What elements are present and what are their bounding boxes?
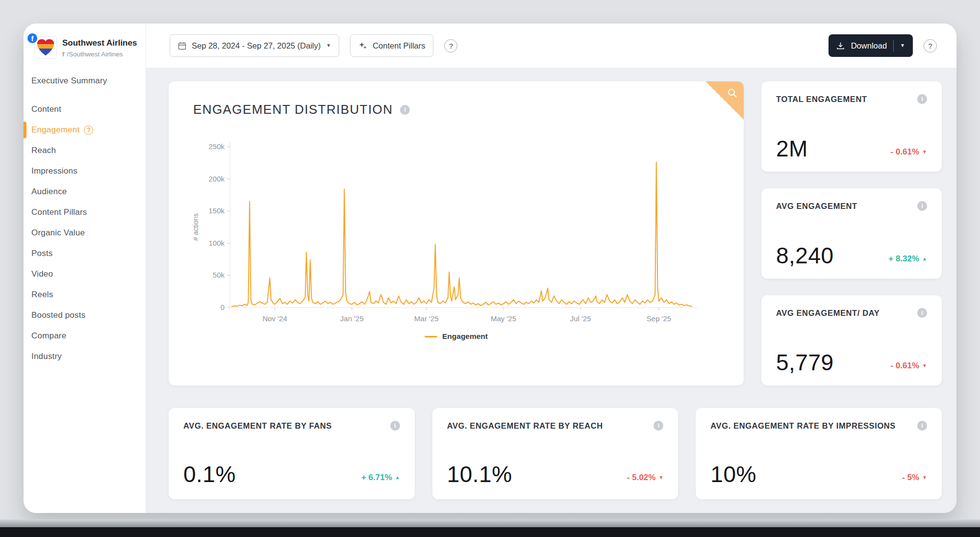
bottom-fade [0,519,980,527]
x-tick-label: Jul '25 [570,314,591,323]
info-icon[interactable] [917,94,927,104]
download-icon [836,42,845,50]
profile-handle-text: /Southwest Airlines [67,51,123,58]
engagement-rate-by-impressions-card: AVG. ENGAGEMENT RATE BY IMPRESSIONS 10% … [696,408,942,499]
info-icon[interactable] [390,421,400,431]
sidebar-item-label: Content Pillars [31,207,87,217]
stat-value: 8,240 [776,244,834,267]
help-icon[interactable] [924,39,937,52]
rate-value: 0.1% [183,463,236,486]
info-icon[interactable] [653,421,663,431]
sidebar-item-content[interactable]: Content [24,99,146,120]
sidebar-item-label: Impressions [31,166,77,176]
sidebar-item-compare[interactable]: Compare [24,326,146,346]
y-tick-label: 50k [213,271,225,279]
stat-delta: - 0.61% [891,147,928,157]
date-range-label: Sep 28, 2024 - Sep 27, 2025 (Daily) [192,41,321,51]
info-icon[interactable] [917,308,927,318]
y-tick-label: 150k [208,206,225,215]
y-tick-label: 200k [208,175,225,183]
chart-title-row: ENGAGEMENT DISTRIBUTION [169,81,744,117]
sidebar-item-label: Engagement [31,125,79,135]
x-tick-label: Jan '25 [340,314,364,323]
active-indicator [24,122,26,138]
info-icon[interactable] [917,201,927,211]
stat-value: 2M [776,137,808,160]
y-axis-title: # actions [192,213,200,241]
download-caret-icon[interactable] [900,43,905,48]
rates-row: AVG. ENGAGEMENT RATE BY FANS 0.1% + 6.71… [169,408,942,499]
x-tick-label: May '25 [491,314,516,323]
sidebar-item-content-pillars[interactable]: Content Pillars [24,202,146,223]
chevron-down-icon [326,43,331,48]
zoom-corner-badge[interactable] [705,81,744,120]
sidebar-item-label: Audience [31,187,67,197]
magnifier-icon [727,88,738,99]
engagement-chart: # actions 050k100k150k200k250kNov '24Jan… [169,120,743,331]
sidebar-item-label: Executive Summary [31,76,107,86]
sidebar-item-label: Posts [31,249,53,258]
stat-label: AVG ENGAGEMENT/ DAY [776,308,879,318]
bottom-bar [0,527,980,537]
engagement-rate-by-fans-card: AVG. ENGAGEMENT RATE BY FANS 0.1% + 6.71… [169,408,415,499]
trend-down-icon [658,475,663,480]
profile-handle: /Southwest Airlines [62,51,137,58]
sidebar-item-posts[interactable]: Posts [24,243,146,264]
sidebar-item-label: Organic Value [31,228,85,238]
main-area: Sep 28, 2024 - Sep 27, 2025 (Daily) Cont… [146,24,956,513]
download-label: Download [851,41,887,51]
sidebar-nav: Executive Summary Content Engagement Rea… [24,71,146,367]
avg-engagement-per-day-card: AVG ENGAGEMENT/ DAY 5,779 - 0.61% [761,295,942,385]
sidebar-item-impressions[interactable]: Impressions [24,161,146,181]
sparkles-icon [358,41,367,50]
download-button[interactable]: Download [829,34,913,57]
rate-delta: - 5% [902,473,927,483]
rate-value: 10.1% [447,463,512,486]
sidebar-item-organic-value[interactable]: Organic Value [24,223,146,243]
total-engagement-card: TOTAL ENGAGEMENT 2M - 0.61% [761,81,942,172]
trend-down-icon [922,363,927,368]
engagement-rate-by-reach-card: AVG. ENGAGEMENT RATE BY REACH 10.1% - 5.… [432,408,678,499]
rate-delta: - 5.02% [627,473,664,483]
rate-value: 10% [710,463,756,486]
sidebar-item-reels[interactable]: Reels [24,284,146,305]
delta-text: - 5.02% [627,473,656,483]
stat-label: TOTAL ENGAGEMENT [776,94,867,104]
y-tick-label: 100k [208,239,225,247]
x-tick-label: Nov '24 [262,314,287,323]
engagement-help-icon[interactable] [84,126,93,135]
sidebar-item-video[interactable]: Video [24,264,146,284]
content-pillars-label: Content Pillars [373,41,425,51]
y-tick-label: 0 [221,303,225,311]
sidebar-item-industry[interactable]: Industry [24,346,146,367]
content-pillars-button[interactable]: Content Pillars [350,34,433,57]
avg-engagement-card: AVG ENGAGEMENT 8,240 + 8.32% [761,188,942,279]
date-range-picker[interactable]: Sep 28, 2024 - Sep 27, 2025 (Daily) [170,34,339,57]
sidebar-item-executive-summary[interactable]: Executive Summary [24,71,146,91]
button-divider [893,40,894,51]
engagement-distribution-card: ENGAGEMENT DISTRIBUTION # actions 050k10… [169,81,744,385]
trend-down-icon [922,150,927,154]
profile-header: Southwest Airlines /Southwest Airlines [24,36,146,71]
help-icon[interactable] [444,39,457,52]
topbar: Sep 28, 2024 - Sep 27, 2025 (Daily) Cont… [146,24,956,68]
sidebar-item-engagement[interactable]: Engagement [24,120,146,140]
info-icon[interactable] [917,421,927,431]
engagement-series-line [232,162,692,307]
sidebar-item-label: Reels [31,290,53,300]
rate-delta: + 6.71% [361,473,400,483]
stat-delta: - 0.61% [891,361,928,371]
chart-legend[interactable]: Engagement [169,332,744,341]
rate-label: AVG. ENGAGEMENT RATE BY IMPRESSIONS [710,421,896,431]
sidebar-item-label: Boosted posts [31,310,85,320]
sidebar-item-label: Content [31,104,61,114]
sidebar-item-reach[interactable]: Reach [24,140,146,161]
delta-text: + 6.71% [361,473,392,483]
sidebar-item-label: Reach [31,146,56,155]
sidebar-item-boosted-posts[interactable]: Boosted posts [24,305,146,326]
sidebar-item-label: Compare [31,331,66,341]
info-icon[interactable] [400,105,410,115]
sidebar-item-audience[interactable]: Audience [24,181,146,202]
x-tick-label: Mar '25 [414,314,439,323]
stat-label: AVG ENGAGEMENT [776,201,857,211]
